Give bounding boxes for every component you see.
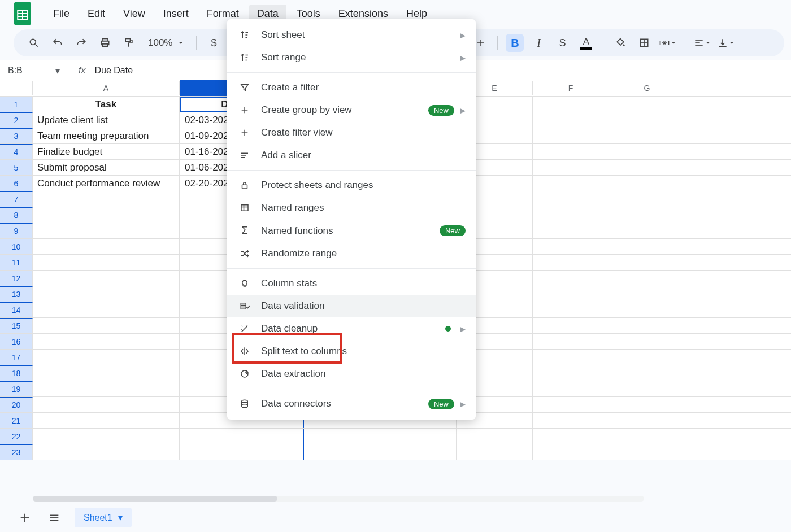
cell[interactable] xyxy=(533,381,609,396)
row-header[interactable]: 23 xyxy=(0,444,33,460)
cell[interactable] xyxy=(609,191,685,207)
cell[interactable] xyxy=(33,397,180,412)
cell[interactable] xyxy=(533,286,609,302)
cell[interactable] xyxy=(609,144,685,159)
col-header-g[interactable]: G xyxy=(609,81,685,95)
menu-edit[interactable]: Edit xyxy=(80,5,113,23)
cell[interactable] xyxy=(533,350,609,365)
row-header[interactable]: 7 xyxy=(0,191,33,207)
cell[interactable] xyxy=(609,334,685,349)
print-icon[interactable] xyxy=(96,34,114,52)
cell[interactable] xyxy=(609,128,685,143)
row-header[interactable]: 6 xyxy=(0,176,33,191)
redo-icon[interactable] xyxy=(72,34,90,52)
row-header[interactable]: 18 xyxy=(0,365,33,381)
select-all-corner[interactable] xyxy=(0,81,33,95)
row-header[interactable]: 8 xyxy=(0,207,33,223)
row-header[interactable]: 12 xyxy=(0,271,33,286)
cell[interactable] xyxy=(33,413,180,428)
add-sheet-button[interactable] xyxy=(16,509,34,527)
paint-format-icon[interactable] xyxy=(120,34,138,52)
cell[interactable]: Team meeting preparation xyxy=(33,128,180,143)
cell[interactable] xyxy=(533,160,609,175)
cell[interactable] xyxy=(180,444,304,460)
search-icon[interactable] xyxy=(25,34,43,52)
cell[interactable] xyxy=(609,365,685,381)
cell[interactable] xyxy=(609,286,685,302)
menu-data-cleanup[interactable]: Data cleanup ▶ xyxy=(227,317,476,340)
menu-sort-range[interactable]: Sort range ▶ xyxy=(227,46,476,69)
zoom-dropdown[interactable]: 100% xyxy=(144,34,188,52)
cell[interactable]: Finalize budget xyxy=(33,144,180,159)
cell[interactable] xyxy=(533,271,609,286)
menu-create-filter-view[interactable]: Create filter view xyxy=(227,121,476,144)
cell[interactable] xyxy=(533,318,609,333)
cell[interactable] xyxy=(33,429,180,444)
cell[interactable] xyxy=(609,271,685,286)
row-header[interactable]: 14 xyxy=(0,302,33,317)
menu-sort-sheet[interactable]: Sort sheet ▶ xyxy=(227,24,476,46)
row-header[interactable]: 3 xyxy=(0,128,33,143)
row-header[interactable]: 5 xyxy=(0,160,33,175)
cell[interactable] xyxy=(533,144,609,159)
cell[interactable] xyxy=(533,397,609,412)
cell[interactable] xyxy=(533,207,609,223)
menu-named-functions[interactable]: Σ Named functions New xyxy=(227,219,476,242)
cell[interactable] xyxy=(33,239,180,254)
menu-protect-sheets[interactable]: Protect sheets and ranges xyxy=(227,174,476,197)
cell[interactable] xyxy=(609,176,685,191)
cell[interactable] xyxy=(33,334,180,349)
cell[interactable] xyxy=(33,223,180,238)
cell[interactable] xyxy=(609,97,685,112)
cell[interactable] xyxy=(609,318,685,333)
cell[interactable] xyxy=(533,112,609,128)
cell[interactable]: Update client list xyxy=(33,112,180,128)
cell[interactable] xyxy=(533,239,609,254)
row-header[interactable]: 20 xyxy=(0,397,33,412)
col-header-f[interactable]: F xyxy=(533,81,609,95)
menu-column-stats[interactable]: Column stats xyxy=(227,272,476,295)
vertical-align-button[interactable] xyxy=(717,34,735,52)
menu-view[interactable]: View xyxy=(115,5,153,23)
horizontal-align-button[interactable] xyxy=(693,34,711,52)
row-header[interactable]: 2 xyxy=(0,112,33,128)
bold-button[interactable]: B xyxy=(506,34,524,52)
cell[interactable] xyxy=(533,128,609,143)
row-header[interactable]: 16 xyxy=(0,334,33,349)
sheets-logo[interactable] xyxy=(11,2,34,25)
row-header[interactable]: 13 xyxy=(0,286,33,302)
cell[interactable] xyxy=(457,429,533,444)
cell[interactable] xyxy=(533,97,609,112)
strikethrough-button[interactable]: S xyxy=(553,34,571,52)
row-header[interactable]: 19 xyxy=(0,381,33,396)
cell[interactable] xyxy=(380,444,457,460)
cell[interactable] xyxy=(33,444,180,460)
cell[interactable] xyxy=(533,429,609,444)
cell[interactable] xyxy=(533,223,609,238)
menu-file[interactable]: File xyxy=(45,5,77,23)
cell[interactable] xyxy=(380,429,457,444)
cell[interactable] xyxy=(533,365,609,381)
row-header[interactable]: 9 xyxy=(0,223,33,238)
cell[interactable] xyxy=(609,255,685,270)
cell[interactable] xyxy=(33,191,180,207)
text-color-button[interactable]: A xyxy=(577,34,595,52)
row-header[interactable]: 17 xyxy=(0,350,33,365)
all-sheets-button[interactable] xyxy=(45,509,63,527)
cell[interactable] xyxy=(33,286,180,302)
cell[interactable] xyxy=(533,413,609,428)
menu-split-text[interactable]: Split text to columns xyxy=(227,340,476,363)
row-header[interactable]: 15 xyxy=(0,318,33,333)
row-header[interactable]: 4 xyxy=(0,144,33,159)
col-header-a[interactable]: A xyxy=(33,81,180,95)
menu-data-connectors[interactable]: Data connectors New ▶ xyxy=(227,393,476,415)
cell[interactable] xyxy=(609,239,685,254)
cell[interactable] xyxy=(609,429,685,444)
fill-color-button[interactable] xyxy=(611,34,629,52)
cell[interactable] xyxy=(609,160,685,175)
cell[interactable] xyxy=(33,271,180,286)
cell[interactable] xyxy=(33,381,180,396)
undo-icon[interactable] xyxy=(49,34,67,52)
cell[interactable] xyxy=(33,207,180,223)
row-header[interactable]: 22 xyxy=(0,429,33,444)
